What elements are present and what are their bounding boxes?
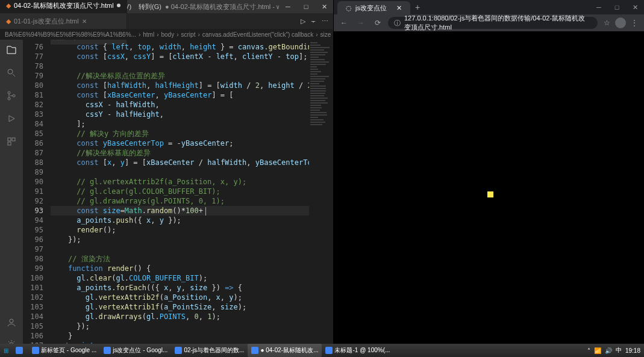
editor-tab[interactable]: ◆01-01-js改变点位.html✕: [0, 13, 127, 29]
address-bar[interactable]: ⓘ 127.0.0.1:8080/02-js与着色器间的数据传输/04-02-鼠…: [388, 17, 598, 29]
globe-icon: ◌: [346, 4, 352, 12]
menu-item[interactable]: 转到(G): [135, 3, 165, 10]
breadcrumb-item[interactable]: BA%E6%94%B9%E5%8F%98%E9%A1%B6%...: [5, 31, 136, 38]
taskbar-item[interactable]: 02-js与着色器间的数...: [171, 344, 248, 357]
maximize-button[interactable]: □: [297, 3, 315, 11]
window-title: ● 04-02-鼠标随机改变顶点尺寸.html - webgl-lesson -…: [165, 2, 279, 11]
taskbar-item[interactable]: 未标题-1 @ 100%(...: [322, 344, 393, 357]
svg-rect-4: [8, 138, 11, 141]
svg-point-1: [8, 92, 10, 94]
webgl-point: [487, 191, 493, 197]
editor[interactable]: 7677787980818283848586878889909192939495…: [23, 40, 333, 357]
search-icon[interactable]: [5, 66, 18, 79]
minimap[interactable]: [309, 40, 333, 357]
system-tray[interactable]: ˄ 📶 🔊 中 19:18: [587, 346, 644, 355]
network-icon[interactable]: 📶: [594, 347, 601, 354]
ime-icon[interactable]: 中: [616, 346, 622, 355]
code-content[interactable]: const { left, top, width, height } = can…: [51, 40, 309, 357]
debug-icon[interactable]: [5, 112, 18, 125]
taskbar-item[interactable]: 新标签页 - Google ...: [28, 344, 100, 357]
browser-close-button[interactable]: ✕: [626, 4, 644, 11]
speaker-icon[interactable]: 🔊: [605, 347, 612, 354]
breadcrumb-item[interactable]: script: [181, 31, 196, 38]
browser-tab[interactable]: ◌ js改变点位 ✕: [337, 1, 410, 14]
line-gutter: 7677787980818283848586878889909192939495…: [23, 40, 51, 357]
activity-bar: [0, 40, 23, 357]
browser-window: ◌ js改变点位 ✕ + ─ □ ✕ ← → ⟳ ⓘ 127.0.0.1:808…: [333, 0, 644, 357]
more-icon[interactable]: ⋯: [322, 17, 328, 25]
svg-rect-6: [8, 142, 11, 145]
forward-button[interactable]: →: [354, 19, 367, 27]
breadcrumb-item[interactable]: canvas.addEventListener("click") callbac…: [202, 31, 313, 38]
breadcrumb-item[interactable]: html: [143, 31, 154, 38]
profile-avatar[interactable]: [615, 17, 626, 28]
breadcrumb-item[interactable]: body: [161, 31, 175, 38]
tab-bar: ◆04-02-鼠标随机改变顶点尺寸.html◆01-01-js改变点位.html…: [0, 13, 333, 29]
tab-close-icon[interactable]: ✕: [396, 4, 402, 12]
account-icon[interactable]: [5, 316, 18, 329]
svg-point-0: [8, 69, 13, 74]
vscode-window: ⧉ 文件(F)编辑(E)选择(S)查看(V)转到(G) ● 04-02-鼠标随机…: [0, 0, 333, 357]
tray-chevron-icon[interactable]: ˄: [587, 347, 590, 354]
close-button[interactable]: ✕: [315, 3, 333, 11]
svg-point-7: [10, 319, 13, 323]
tab-title: js改变点位: [355, 4, 387, 13]
svg-point-2: [8, 98, 10, 100]
source-control-icon[interactable]: [5, 89, 18, 102]
start-button[interactable]: ⊞: [0, 344, 12, 357]
star-icon[interactable]: ☆: [604, 19, 610, 27]
url-text: 127.0.0.1:8080/02-js与着色器间的数据传输/04-02-鼠标随…: [404, 14, 592, 32]
run-icon[interactable]: ▷: [301, 17, 305, 25]
browser-maximize-button[interactable]: □: [608, 4, 626, 11]
minimize-button[interactable]: ─: [279, 3, 297, 11]
browser-menu-icon[interactable]: ⋮: [631, 19, 638, 27]
windows-taskbar: ⊞ 新标签页 - Google ...js改变点位 - Googl...02-j…: [0, 344, 644, 357]
browser-titlebar: ◌ js改变点位 ✕ + ─ □ ✕: [334, 0, 644, 14]
svg-point-3: [13, 95, 15, 97]
browser-viewport[interactable]: [334, 31, 644, 357]
breadcrumb[interactable]: BA%E6%94%B9%E5%8F%98%E9%A1%B6%...›html›b…: [0, 29, 333, 40]
browser-minimize-button[interactable]: ─: [590, 4, 608, 11]
back-button[interactable]: ←: [337, 19, 351, 27]
editor-tab[interactable]: ◆04-02-鼠标随机改变顶点尺寸.html: [0, 0, 127, 13]
taskbar-item[interactable]: ● 04-02-鼠标随机改...: [248, 344, 322, 357]
reload-button[interactable]: ⟳: [371, 19, 384, 27]
split-icon[interactable]: ⫟: [310, 17, 317, 25]
browser-toolbar: ← → ⟳ ⓘ 127.0.0.1:8080/02-js与着色器间的数据传输/0…: [334, 14, 644, 31]
new-tab-button[interactable]: +: [410, 2, 425, 12]
taskbar-item[interactable]: js改变点位 - Googl...: [100, 344, 171, 357]
breadcrumb-item[interactable]: size: [320, 31, 331, 38]
taskbar-item[interactable]: [12, 344, 28, 357]
explorer-icon[interactable]: [5, 43, 18, 57]
svg-rect-5: [12, 138, 15, 141]
extensions-icon[interactable]: [5, 135, 18, 148]
clock[interactable]: 19:18: [625, 347, 640, 354]
info-icon: ⓘ: [394, 19, 401, 28]
